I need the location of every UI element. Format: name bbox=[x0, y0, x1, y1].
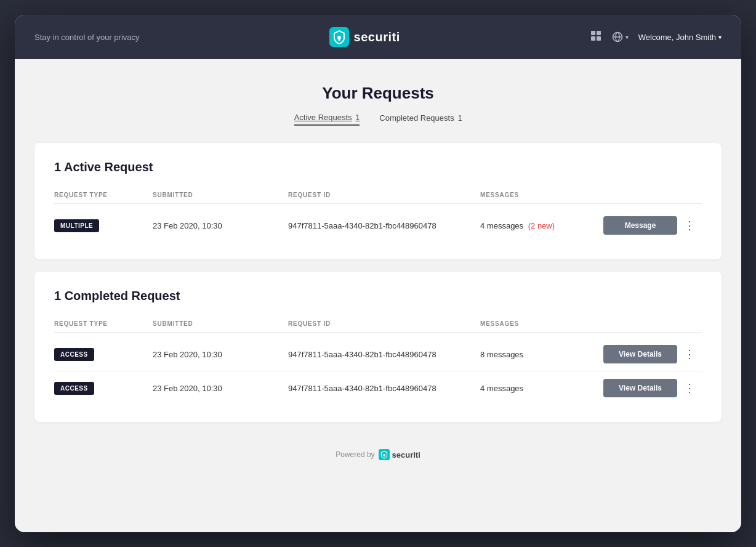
completed-requests-title: 1 Completed Request bbox=[54, 289, 702, 303]
comp-badge-cell-0: ACCESS bbox=[54, 348, 153, 361]
page-title: Your Requests bbox=[34, 84, 722, 103]
grid-icon[interactable] bbox=[590, 30, 602, 45]
badge-cell: MULTIPLE bbox=[54, 219, 153, 232]
user-greeting-text: Welcome, John Smith bbox=[638, 33, 716, 42]
svg-rect-3 bbox=[591, 31, 595, 35]
message-button[interactable]: Message bbox=[603, 216, 677, 235]
comp-request-type-badge-0: ACCESS bbox=[54, 348, 94, 361]
svg-rect-4 bbox=[597, 31, 601, 35]
svg-rect-6 bbox=[597, 36, 601, 41]
more-options-icon[interactable]: ⋮ bbox=[677, 219, 702, 232]
svg-rect-12 bbox=[384, 456, 385, 457]
comp-submitted-0: 23 Feb 2020, 10:30 bbox=[153, 350, 288, 359]
active-table-header: REQUEST TYPE SUBMITTED REQUEST ID MESSAG… bbox=[54, 187, 702, 204]
main-content: Your Requests Active Requests 1 Complete… bbox=[15, 59, 741, 532]
tabs-container: Active Requests 1 Completed Requests 1 bbox=[34, 113, 722, 126]
browser-frame: Stay in control of your privacy securiti bbox=[15, 15, 741, 532]
active-requests-card: 1 Active Request REQUEST TYPE SUBMITTED … bbox=[34, 143, 722, 259]
table-row: ACCESS 23 Feb 2020, 10:30 947f7811-5aaa-… bbox=[54, 371, 702, 405]
new-messages-badge: (2 new) bbox=[528, 221, 555, 230]
language-selector[interactable]: ▾ bbox=[612, 31, 629, 43]
active-requests-title: 1 Active Request bbox=[54, 160, 702, 174]
tab-active-label: Active Requests bbox=[294, 113, 352, 122]
comp-col-messages: MESSAGES bbox=[480, 320, 603, 327]
completed-requests-card: 1 Completed Request REQUEST TYPE SUBMITT… bbox=[34, 272, 722, 422]
comp-request-id-1: 947f7811-5aaa-4340-82b1-fbc448960478 bbox=[288, 384, 480, 393]
header-right: ▾ Welcome, John Smith ▾ bbox=[590, 30, 722, 45]
user-chevron-icon: ▾ bbox=[718, 34, 722, 41]
table-row: ACCESS 23 Feb 2020, 10:30 947f7811-5aaa-… bbox=[54, 338, 702, 371]
tab-completed-label: Completed Requests bbox=[379, 113, 454, 123]
comp-submitted-1: 23 Feb 2020, 10:30 bbox=[153, 384, 288, 393]
comp-col-submitted: SUBMITTED bbox=[153, 320, 288, 327]
col-submitted: SUBMITTED bbox=[153, 192, 288, 198]
comp-col-request-type: REQUEST TYPE bbox=[54, 320, 153, 327]
svg-rect-2 bbox=[338, 39, 340, 41]
footer: Powered by securiti bbox=[34, 434, 722, 465]
message-count: 4 messages bbox=[480, 221, 523, 230]
view-details-button-1[interactable]: View Details bbox=[603, 379, 677, 397]
table-row: MULTIPLE 23 Feb 2020, 10:30 947f7811-5aa… bbox=[54, 209, 702, 242]
col-more bbox=[677, 192, 702, 198]
col-request-id: REQUEST ID bbox=[288, 192, 480, 198]
col-action bbox=[603, 192, 677, 198]
header: Stay in control of your privacy securiti bbox=[15, 15, 741, 59]
tab-completed-count: 1 bbox=[458, 114, 462, 123]
footer-logo-text: securiti bbox=[392, 450, 420, 460]
completed-table-header: REQUEST TYPE SUBMITTED REQUEST ID MESSAG… bbox=[54, 315, 702, 333]
view-details-button-0[interactable]: View Details bbox=[603, 345, 677, 363]
comp-col-action bbox=[603, 320, 677, 327]
submitted-date: 23 Feb 2020, 10:30 bbox=[153, 221, 288, 230]
request-id: 947f7811-5aaa-4340-82b1-fbc448960478 bbox=[288, 221, 480, 230]
lang-chevron: ▾ bbox=[625, 34, 629, 41]
user-menu[interactable]: Welcome, John Smith ▾ bbox=[638, 33, 722, 42]
logo-text: securiti bbox=[354, 30, 400, 44]
tab-active-count: 1 bbox=[356, 113, 360, 122]
comp-request-type-badge-1: ACCESS bbox=[54, 382, 94, 395]
tab-completed-requests[interactable]: Completed Requests 1 bbox=[379, 113, 462, 126]
col-messages: MESSAGES bbox=[480, 192, 603, 198]
svg-rect-5 bbox=[591, 36, 595, 41]
comp-messages-0: 8 messages bbox=[480, 350, 603, 359]
col-request-type: REQUEST TYPE bbox=[54, 192, 153, 198]
logo-container: securiti bbox=[329, 27, 400, 47]
securiti-logo-icon bbox=[329, 27, 349, 47]
footer-logo: securiti bbox=[379, 449, 420, 460]
request-type-badge: MULTIPLE bbox=[54, 219, 99, 232]
comp-col-more bbox=[677, 320, 702, 327]
header-tagline: Stay in control of your privacy bbox=[34, 33, 140, 42]
comp-col-request-id: REQUEST ID bbox=[288, 320, 480, 327]
footer-logo-icon bbox=[379, 449, 390, 460]
messages-cell: 4 messages (2 new) bbox=[480, 221, 603, 230]
comp-more-icon-0[interactable]: ⋮ bbox=[677, 347, 702, 361]
comp-messages-1: 4 messages bbox=[480, 384, 603, 393]
comp-request-id-0: 947f7811-5aaa-4340-82b1-fbc448960478 bbox=[288, 350, 480, 359]
comp-badge-cell-1: ACCESS bbox=[54, 382, 153, 395]
comp-more-icon-1[interactable]: ⋮ bbox=[677, 381, 702, 395]
tab-active-requests[interactable]: Active Requests 1 bbox=[294, 113, 360, 126]
powered-by-text: Powered by bbox=[336, 450, 374, 459]
